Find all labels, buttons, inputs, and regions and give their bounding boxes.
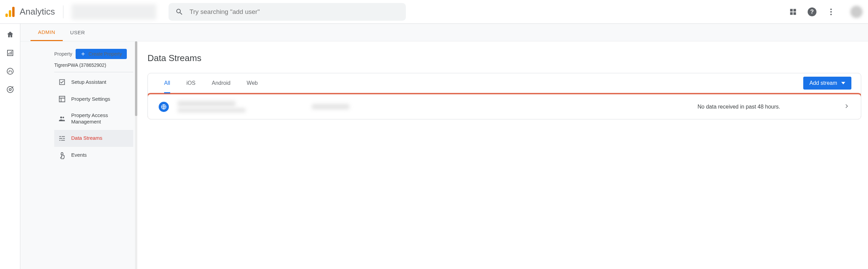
open-stream-chevron[interactable] <box>843 103 850 111</box>
home-icon[interactable] <box>6 31 14 39</box>
nav-label: Setup Assistant <box>71 79 106 85</box>
logo[interactable]: Analytics <box>5 6 55 17</box>
page-title: Data Streams <box>147 53 861 63</box>
tap-icon <box>58 152 66 159</box>
stream-id-redacted <box>312 104 349 109</box>
svg-rect-11 <box>59 136 61 137</box>
highlighted-annotation: No data received in past 48 hours. <box>147 93 861 119</box>
nav-label: Property Access Management <box>71 112 129 125</box>
streams-card: All iOS Android Web Add stream <box>147 73 861 119</box>
stream-row[interactable]: No data received in past 48 hours. <box>149 95 860 118</box>
vertical-divider <box>63 5 63 18</box>
create-property-button[interactable]: Create Property <box>76 49 127 59</box>
tab-admin[interactable]: ADMIN <box>31 24 63 41</box>
chevron-right-icon <box>843 103 850 110</box>
reports-icon[interactable] <box>6 49 14 57</box>
nav-label: Data Streams <box>71 135 102 141</box>
people-icon <box>58 115 66 122</box>
nav-access-management[interactable]: Property Access Management <box>54 108 133 130</box>
plus-icon <box>80 51 86 57</box>
stream-tab-ios[interactable]: iOS <box>178 73 204 93</box>
svg-rect-5 <box>11 51 12 55</box>
help-icon[interactable]: ? <box>808 7 816 16</box>
apps-grid-icon[interactable] <box>789 7 797 16</box>
main-content: Data Streams All iOS Android Web Add str… <box>137 41 868 269</box>
create-property-label: Create Property <box>88 51 122 57</box>
more-vert-icon[interactable] <box>827 7 835 16</box>
stream-status: No data received in past 48 hours. <box>697 104 780 110</box>
account-selector[interactable] <box>72 4 156 20</box>
property-label: Property <box>54 51 72 57</box>
stream-tab-android[interactable]: Android <box>203 73 238 93</box>
svg-rect-14 <box>63 138 65 139</box>
nav-label: Property Settings <box>71 96 110 102</box>
nav-label: Events <box>71 152 87 158</box>
nav-setup-assistant[interactable]: Setup Assistant <box>54 74 133 91</box>
app-header: Analytics ? <box>0 0 868 24</box>
app-name: Analytics <box>20 6 55 17</box>
search-input[interactable] <box>190 8 399 16</box>
analytics-logo-icon <box>5 7 16 17</box>
tab-user[interactable]: USER <box>63 24 93 41</box>
stream-filter-tabs: All iOS Android Web Add stream <box>148 73 861 93</box>
add-stream-button[interactable]: Add stream <box>803 77 851 90</box>
streams-icon <box>58 135 66 142</box>
sidebar-scrollbar[interactable] <box>135 41 137 269</box>
caret-down-icon <box>841 81 845 85</box>
nav-property-settings[interactable]: Property Settings <box>54 91 133 108</box>
svg-point-8 <box>9 89 11 91</box>
svg-rect-4 <box>10 52 11 55</box>
stream-name-redacted <box>178 101 245 112</box>
admin-user-tabs: ADMIN USER <box>20 24 868 41</box>
svg-rect-13 <box>59 138 62 139</box>
layout-icon <box>58 95 66 103</box>
stream-tab-all[interactable]: All <box>156 73 178 93</box>
svg-point-9 <box>60 116 62 118</box>
svg-point-0 <box>830 8 832 10</box>
search-bar[interactable] <box>169 3 406 21</box>
svg-rect-15 <box>59 140 61 140</box>
property-sidebar: Property Create Property TigrenPWA (3786… <box>20 41 137 269</box>
svg-rect-12 <box>62 136 65 137</box>
checkbox-icon <box>58 78 66 86</box>
svg-point-10 <box>62 117 64 118</box>
globe-icon <box>159 102 169 112</box>
property-selected[interactable]: TigrenPWA (378652902) <box>54 62 133 72</box>
svg-point-2 <box>830 14 832 15</box>
left-nav-rail <box>0 24 20 269</box>
explore-icon[interactable] <box>6 67 14 75</box>
search-icon <box>175 8 183 16</box>
svg-point-6 <box>7 68 13 74</box>
svg-point-1 <box>830 11 832 12</box>
add-stream-label: Add stream <box>809 80 837 86</box>
svg-rect-3 <box>8 53 9 55</box>
nav-data-streams[interactable]: Data Streams <box>54 130 133 147</box>
svg-rect-16 <box>61 140 65 140</box>
advertising-icon[interactable] <box>6 85 14 94</box>
nav-events[interactable]: Events <box>54 147 133 164</box>
stream-tab-web[interactable]: Web <box>239 73 266 93</box>
user-avatar[interactable] <box>850 6 863 18</box>
